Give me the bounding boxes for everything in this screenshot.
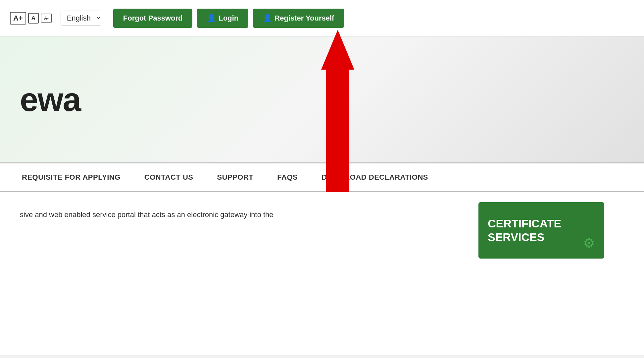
register-label: Register Yourself bbox=[274, 14, 334, 23]
login-label: Login bbox=[219, 14, 238, 23]
forgot-password-button[interactable]: Forgot Password bbox=[113, 9, 193, 28]
content-description: sive and web enabled service portal that… bbox=[20, 209, 318, 220]
gear-icon: ⚙ bbox=[583, 235, 595, 251]
login-button[interactable]: 👤 Login bbox=[197, 9, 248, 28]
hero-title: ewa bbox=[20, 81, 80, 119]
header-actions: Forgot Password 👤 Login 👤 Register Yours… bbox=[113, 9, 344, 28]
hero-section: ewa bbox=[0, 36, 644, 162]
navigation-bar: REQUISITE FOR APPLYING CONTACT US SUPPOR… bbox=[0, 162, 644, 192]
forgot-password-label: Forgot Password bbox=[123, 14, 183, 23]
certificate-line1: CERTIFICATE bbox=[488, 217, 561, 230]
register-button[interactable]: 👤 Register Yourself bbox=[253, 9, 344, 28]
font-decrease-button[interactable]: A- bbox=[41, 14, 52, 23]
user-icon-register: 👤 bbox=[263, 14, 272, 23]
nav-item-download[interactable]: DOWNLOAD DECLARATIONS bbox=[310, 173, 440, 182]
certificate-services-card[interactable]: CERTIFICATE SERVICES ⚙ bbox=[478, 202, 604, 259]
certificate-line2: SERVICES bbox=[488, 230, 561, 244]
nav-item-support[interactable]: SUPPORT bbox=[205, 173, 265, 182]
user-icon-login: 👤 bbox=[207, 14, 216, 23]
font-increase-button[interactable]: A+ bbox=[10, 12, 26, 25]
certificate-card-text: CERTIFICATE SERVICES bbox=[488, 217, 561, 244]
nav-item-requisite[interactable]: REQUISITE FOR APPLYING bbox=[10, 173, 132, 182]
font-default-button[interactable]: A bbox=[28, 13, 39, 24]
content-area: sive and web enabled service portal that… bbox=[0, 192, 644, 355]
top-bar: A+ A A- English Forgot Password 👤 Login … bbox=[0, 0, 644, 36]
nav-item-faqs[interactable]: FAQS bbox=[265, 173, 310, 182]
font-size-controls: A+ A A- bbox=[10, 12, 52, 25]
nav-item-contact[interactable]: CONTACT US bbox=[132, 173, 205, 182]
language-select[interactable]: English bbox=[61, 11, 101, 26]
